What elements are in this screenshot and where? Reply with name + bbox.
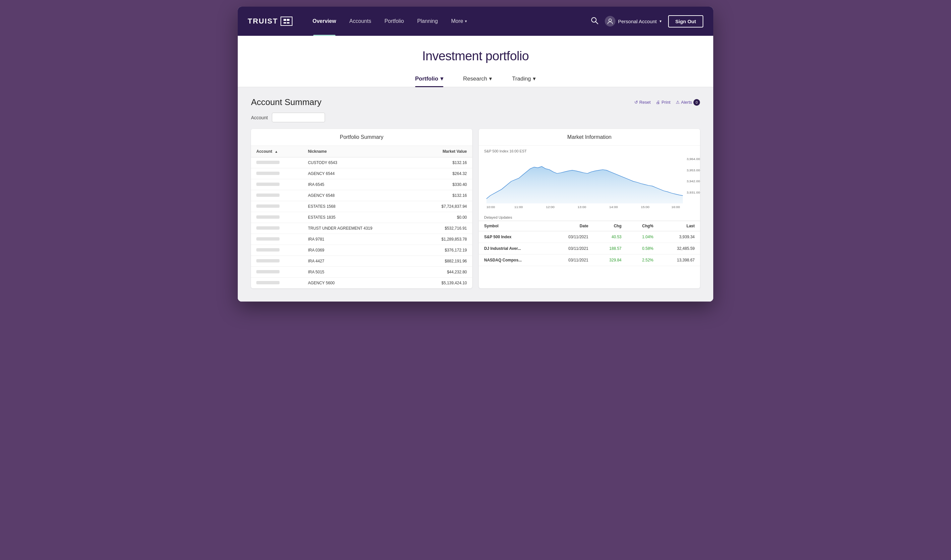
search-icon[interactable]	[591, 17, 598, 26]
svg-text:3,931.00: 3,931.00	[687, 191, 700, 194]
account-filter: Account	[251, 113, 700, 122]
market-chart: 3,964.00 3,953.00 3,942.00 3,931.00 10:0…	[479, 154, 700, 211]
market-value-cell: $7,724,837.94	[417, 201, 472, 212]
nav-accounts[interactable]: Accounts	[343, 7, 378, 36]
chart-label: S&P 500 Index 16:00 EST	[479, 146, 700, 154]
svg-text:13:00: 13:00	[578, 205, 586, 209]
account-dropdown[interactable]	[272, 113, 325, 122]
table-row: IRA 6545 $330.40	[251, 179, 472, 190]
portfolio-summary-card: Portfolio Summary Account ▲ Nickname	[251, 129, 472, 288]
col-chg: Chg	[593, 221, 627, 231]
nav-planning[interactable]: Planning	[410, 7, 444, 36]
account-num-cell	[251, 223, 303, 234]
last-cell: 13,398.67	[658, 254, 700, 266]
chevron-down-icon: ▾	[533, 75, 536, 82]
market-value-cell: $132.16	[417, 157, 472, 168]
chg-cell: 329.84	[593, 254, 627, 266]
tab-trading[interactable]: Trading ▾	[512, 75, 536, 87]
symbol-cell: DJ Industrial Aver...	[479, 243, 549, 254]
market-info-title: Market Information	[479, 129, 700, 146]
browser-window: TRUIST Overview Accounts Portfolio Plann…	[238, 7, 713, 302]
chevron-down-icon: ▾	[440, 75, 443, 82]
account-num-cell	[251, 179, 303, 190]
svg-line-1	[595, 22, 598, 24]
account-label: Account	[251, 115, 268, 120]
account-num-cell	[251, 256, 303, 267]
table-row: AGENCY 5600 $5,139,424.10	[251, 278, 472, 289]
nickname-cell: AGENCY 6544	[303, 168, 417, 179]
account-num-cell	[251, 157, 303, 168]
logo[interactable]: TRUIST	[248, 17, 293, 26]
tab-portfolio[interactable]: Portfolio ▾	[415, 75, 443, 87]
section-header: Account Summary ↺ Reset 🖨 Print ⚠ Alerts…	[251, 97, 700, 108]
reset-icon: ↺	[634, 100, 638, 105]
alerts-link[interactable]: ⚠ Alerts 0	[676, 99, 700, 106]
logo-icon	[281, 17, 293, 26]
svg-point-2	[609, 19, 612, 22]
chart-container: 3,964.00 3,953.00 3,942.00 3,931.00 10:0…	[479, 154, 700, 214]
table-row: ESTATES 1835 $0.00	[251, 212, 472, 223]
section-title: Account Summary	[251, 97, 321, 108]
delayed-label: Delayed Updates	[479, 214, 700, 221]
svg-text:16:00: 16:00	[672, 205, 680, 209]
nickname-cell: IRA 5015	[303, 267, 417, 278]
nav-portfolio[interactable]: Portfolio	[378, 7, 410, 36]
svg-text:11:00: 11:00	[514, 205, 523, 209]
col-chg-pct: Chg%	[627, 221, 658, 231]
sign-out-button[interactable]: Sign Out	[668, 15, 704, 28]
nickname-cell: ESTATES 1568	[303, 201, 417, 212]
table-row: ESTATES 1568 $7,724,837.94	[251, 201, 472, 212]
col-nickname: Nickname	[303, 146, 417, 157]
account-num-cell	[251, 168, 303, 179]
date-cell: 03/11/2021	[549, 231, 593, 243]
market-value-cell: $330.40	[417, 179, 472, 190]
tab-research[interactable]: Research ▾	[463, 75, 492, 87]
two-col-layout: Portfolio Summary Account ▲ Nickname	[251, 129, 700, 288]
page-content: Investment portfolio Portfolio ▾ Researc…	[238, 36, 713, 302]
svg-text:3,942.00: 3,942.00	[687, 180, 700, 183]
chg-cell: 40.53	[593, 231, 627, 243]
market-value-cell: $882,191.96	[417, 256, 472, 267]
print-link[interactable]: 🖨 Print	[656, 100, 670, 105]
chg-pct-cell: 0.58%	[627, 243, 658, 254]
svg-text:14:00: 14:00	[609, 205, 618, 209]
market-value-cell: $264.32	[417, 168, 472, 179]
col-last: Last	[658, 221, 700, 231]
header-actions: ↺ Reset 🖨 Print ⚠ Alerts 0	[634, 99, 700, 106]
nickname-cell: IRA 0369	[303, 245, 417, 256]
svg-text:3,953.00: 3,953.00	[687, 169, 700, 172]
nickname-cell: IRA 9781	[303, 234, 417, 245]
col-market-value: Market Value	[417, 146, 472, 157]
svg-text:3,964.00: 3,964.00	[687, 157, 700, 161]
logo-text: TRUIST	[248, 17, 278, 26]
list-item: NASDAQ Compos... 03/11/2021 329.84 2.52%…	[479, 254, 700, 266]
avatar	[605, 16, 615, 26]
svg-text:10:00: 10:00	[486, 205, 495, 209]
list-item: DJ Industrial Aver... 03/11/2021 188.57 …	[479, 243, 700, 254]
table-row: TRUST UNDER AGREEMENT 4319 $532,716.91	[251, 223, 472, 234]
nickname-cell: CUSTODY 6543	[303, 157, 417, 168]
print-icon: 🖨	[656, 100, 660, 105]
table-row: AGENCY 6548 $132.16	[251, 190, 472, 201]
main-area: Account Summary ↺ Reset 🖨 Print ⚠ Alerts…	[238, 87, 713, 302]
col-date: Date	[549, 221, 593, 231]
market-value-cell: $44,232.80	[417, 267, 472, 278]
nickname-cell: TRUST UNDER AGREEMENT 4319	[303, 223, 417, 234]
list-item: S&P 500 Index 03/11/2021 40.53 1.04% 3,9…	[479, 231, 700, 243]
market-value-cell: $1,289,853.78	[417, 234, 472, 245]
reset-link[interactable]: ↺ Reset	[634, 100, 650, 105]
user-info[interactable]: Personal Account ▾	[605, 16, 661, 26]
nav-overview[interactable]: Overview	[306, 7, 342, 36]
sort-icon[interactable]: ▲	[274, 150, 278, 154]
chevron-down-icon: ▾	[489, 75, 492, 82]
nav-more[interactable]: More ▾	[444, 7, 473, 36]
portfolio-table: Account ▲ Nickname Market Value	[251, 146, 472, 288]
alert-badge: 0	[694, 99, 700, 106]
chg-pct-cell: 2.52%	[627, 254, 658, 266]
table-row: IRA 4427 $882,191.96	[251, 256, 472, 267]
user-name: Personal Account	[618, 18, 657, 24]
account-num-cell	[251, 278, 303, 289]
nickname-cell: ESTATES 1835	[303, 212, 417, 223]
chevron-down-icon: ▾	[660, 19, 661, 23]
table-row: IRA 5015 $44,232.80	[251, 267, 472, 278]
